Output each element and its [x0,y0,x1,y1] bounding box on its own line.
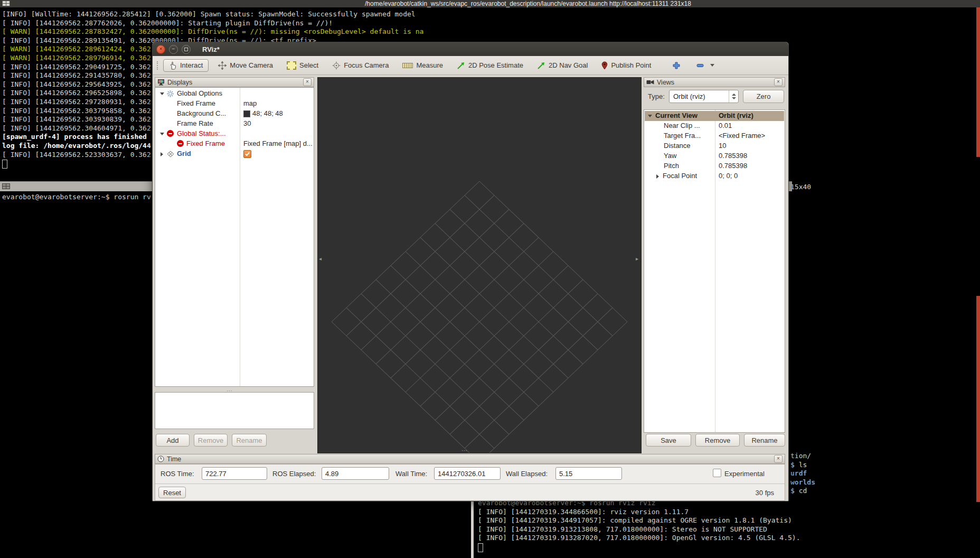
row-value[interactable]: 48; 48; 48 [252,109,283,117]
tree-row-distance[interactable]: Distance 10 [645,141,784,151]
tree-row-frame-rate[interactable]: Frame Rate 30 [156,119,313,129]
row-value[interactable]: 10 [719,142,726,150]
top-terminal-titlebar[interactable]: /home/evarobot/catkin_ws/src/evapc_ros/e… [0,0,980,7]
expander-icon[interactable] [161,152,163,156]
tree-row-target-frame[interactable]: Target Fra... <Fixed Frame> [645,131,784,141]
checkbox-checked-icon[interactable] [243,150,251,158]
terminal-line: urdf [790,469,815,478]
tree-row-focal-point[interactable]: Focal Point 0; 0; 0 [645,171,784,181]
tree-row-pitch[interactable]: Pitch 0.785398 [645,161,784,171]
tree-row-fixed-frame[interactable]: Fixed Frame map [156,99,313,109]
tool-publish-point[interactable]: Publish Point [601,61,651,70]
row-value[interactable]: 30 [243,119,251,127]
close-button[interactable]: × [156,45,165,54]
window-grid-icon[interactable] [2,1,10,6]
collapse-right-panel-icon[interactable]: ▸ [636,256,638,262]
tree-row-grid[interactable]: Grid [156,149,313,159]
row-value: Fixed Frame [map] d... [243,140,313,147]
views-panel-title: Views [657,79,674,86]
rename-view-button[interactable]: Rename [744,434,785,447]
row-label: Fixed Frame [186,140,225,147]
terminal-line: [ INFO] [1441269562.287762026, 0.3620000… [2,19,423,28]
expander-icon[interactable] [648,115,652,117]
experimental-checkbox[interactable] [713,469,721,477]
displays-panel-header[interactable]: Displays × [155,77,314,87]
select-box-icon [287,61,296,70]
maximize-button[interactable] [182,45,191,54]
collapse-left-panel-icon[interactable]: ◂ [319,256,322,262]
hand-cursor-icon [169,61,177,70]
gear-icon [167,90,174,97]
tree-row-near-clip[interactable]: Near Clip ... 0.01 [645,121,784,131]
type-label: Type: [648,92,665,100]
remove-tool-button[interactable] [696,63,714,68]
tool-interact[interactable]: Interact [163,59,209,72]
ros-time-input[interactable] [202,467,267,480]
add-tool-button[interactable] [672,61,681,70]
displays-tree[interactable]: Global Options Fixed Frame map Backgroun… [155,87,314,387]
terminal2-prompt[interactable]: evarobot@evarobotserver:~$ rosrun rv [2,193,151,202]
right-edge-strip-bottom [976,296,980,502]
tree-row-fixed-frame-error[interactable]: Fixed Frame Fixed Frame [map] d... [156,139,313,149]
row-label: Distance [664,142,691,150]
terminal3-cursor [478,543,483,552]
remove-display-button[interactable]: Remove [194,434,228,447]
rviz-titlebar[interactable]: × − RViz* [153,42,788,56]
expander-icon[interactable] [160,92,164,95]
tool-measure[interactable]: Measure [402,61,443,69]
terminal-line: tion/ [790,452,815,461]
views-panel-header[interactable]: Views × [644,77,785,87]
close-icon[interactable]: × [774,78,783,86]
reset-button[interactable]: Reset [158,487,186,498]
tool-2d-pose-estimate[interactable]: 2D Pose Estimate [457,61,523,70]
terminal-line: $ ls [790,461,815,470]
rename-display-button[interactable]: Rename [232,434,267,447]
zero-button[interactable]: Zero [743,90,784,103]
tool-2d-nav-goal[interactable]: 2D Nav Goal [537,61,588,70]
ros-elapsed-input[interactable] [322,467,389,480]
expander-icon[interactable] [160,133,164,135]
experimental-label: Experimental [724,470,765,478]
ruler-icon [402,63,413,68]
minimize-button[interactable]: − [169,45,178,54]
save-view-button[interactable]: Save [646,434,691,447]
row-value[interactable]: 0.785398 [719,162,747,170]
spinner-icon[interactable] [729,90,738,103]
row-value[interactable]: 0; 0; 0 [719,172,738,180]
row-label: Near Clip ... [664,122,700,129]
tool-select[interactable]: Select [287,61,318,70]
wall-time-label: Wall Time: [395,470,427,478]
tool-focus-camera[interactable]: Focus Camera [332,61,389,70]
tree-row-yaw[interactable]: Yaw 0.785398 [645,151,784,161]
tool-move-camera[interactable]: Move Camera [218,61,273,70]
tree-row-global-options[interactable]: Global Options [156,89,313,99]
row-value[interactable]: map [243,99,257,107]
expander-icon[interactable] [656,174,659,179]
tool-label: 2D Nav Goal [549,61,588,69]
splitter-handle[interactable]: ⋯ [461,447,468,454]
row-value[interactable]: 0.01 [719,122,732,129]
tree-row-current-view[interactable]: Current View Orbit (rviz) [645,111,784,121]
row-value: Orbit (rviz) [719,111,753,119]
row-value[interactable]: 0.785398 [719,152,747,160]
3d-viewport[interactable] [317,77,642,453]
view-type-combo[interactable]: Orbit (rviz) [669,90,739,103]
row-label: Target Fra... [664,132,701,140]
chevron-down-icon[interactable] [710,64,714,67]
remove-view-button[interactable]: Remove [695,434,740,447]
row-value[interactable]: <Fixed Frame> [719,132,765,140]
toolbar-handle[interactable] [157,61,159,70]
views-tree[interactable]: Current View Orbit (rviz) Near Clip ... … [644,109,785,433]
close-icon[interactable]: × [774,455,783,463]
wall-elapsed-input[interactable] [555,467,622,480]
wall-time-input[interactable] [434,467,501,480]
tree-row-background-color[interactable]: Background C... 48; 48; 48 [156,109,313,119]
time-panel-header[interactable]: Time × [155,454,785,464]
row-label: Pitch [664,162,679,170]
window-grid-icon[interactable] [2,183,10,189]
terminal3-log[interactable]: evarobot@evarobotserver:~$ rosrun rviz r… [478,499,800,543]
close-icon[interactable]: × [303,78,312,86]
tree-row-global-status[interactable]: Global Status:... [156,129,313,139]
add-display-button[interactable]: Add [156,434,190,447]
minus-icon [696,63,704,68]
